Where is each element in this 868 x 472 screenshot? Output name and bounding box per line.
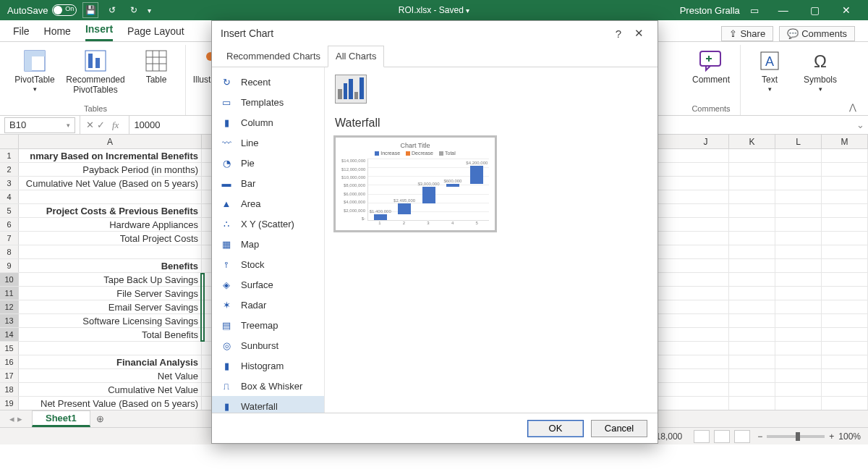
zoom-level[interactable]: 100% (838, 431, 861, 442)
cell[interactable]: File Server Savings (19, 287, 202, 300)
cell[interactable] (19, 342, 202, 355)
cancel-button[interactable]: Cancel (591, 420, 647, 437)
tab-insert[interactable]: Insert (85, 19, 113, 41)
row-header[interactable]: 5 (0, 204, 19, 217)
symbols-button[interactable]: ΩSymbols▾ (797, 45, 843, 101)
tab-page-layout[interactable]: Page Layout (127, 21, 184, 41)
row-header[interactable]: 17 (0, 369, 19, 382)
minimize-icon[interactable]: — (769, 0, 798, 20)
row-header[interactable]: 2 (0, 163, 19, 176)
cell[interactable]: Net Present Value (Based on 5 years) (19, 397, 202, 410)
autosave-toggle[interactable]: AutoSave On (7, 4, 77, 16)
chart-type-map[interactable]: ▦Map (212, 234, 324, 254)
cell[interactable]: Software Licensing Savings (19, 314, 202, 327)
chart-type-box-whisker[interactable]: ⎍Box & Whisker (212, 376, 324, 396)
chart-type-pie[interactable]: ◔Pie (212, 153, 324, 173)
chart-type-stock[interactable]: ⫯Stock (212, 254, 324, 274)
cell[interactable]: Email Server Savings (19, 300, 202, 313)
chart-type-recent[interactable]: ↻Recent (212, 72, 324, 92)
fx-icon[interactable]: fx (108, 119, 123, 131)
row-header[interactable]: 14 (0, 328, 19, 341)
cell[interactable]: Cumulative Net Value (Based on 5 years) (19, 177, 202, 190)
view-normal-icon[interactable] (694, 430, 710, 443)
cell[interactable] (19, 190, 202, 203)
cell[interactable]: Hardware Appliances (19, 218, 202, 231)
chart-preview[interactable]: Chart Title Increase Decrease Total $14,… (335, 137, 495, 231)
name-box[interactable]: B10▾ (4, 117, 75, 133)
table-button[interactable]: Table (133, 45, 179, 101)
chart-type-area[interactable]: ▲Area (212, 193, 324, 214)
save-icon[interactable]: 💾 (82, 2, 98, 18)
chart-type-column[interactable]: ▮Column (212, 112, 324, 132)
chart-type-sunburst[interactable]: ◎Sunburst (212, 335, 324, 355)
cell[interactable]: Project Costs & Previous Benefits (19, 204, 202, 217)
tab-file[interactable]: File (13, 21, 30, 41)
row-header[interactable]: 19 (0, 397, 19, 410)
row-header[interactable]: 13 (0, 314, 19, 327)
col-header-J[interactable]: J (683, 135, 729, 148)
row-header[interactable]: 8 (0, 245, 19, 258)
view-page-layout-icon[interactable] (714, 430, 730, 443)
chart-type-x-y-scatter-[interactable]: ∴X Y (Scatter) (212, 214, 324, 234)
chart-type-line[interactable]: 〰Line (212, 132, 324, 153)
add-sheet-button[interactable]: ⊕ (90, 410, 111, 427)
chart-subtype-waterfall[interactable] (335, 75, 367, 104)
pivottable-button[interactable]: PivotTable▾ (12, 45, 58, 101)
cell[interactable]: Total Benefits (19, 328, 202, 341)
chart-type-radar[interactable]: ✶Radar (212, 295, 324, 315)
col-header-K[interactable]: K (729, 135, 775, 148)
row-header[interactable]: 1 (0, 149, 19, 162)
chart-type-templates[interactable]: ▭Templates (212, 92, 324, 112)
cell[interactable]: Tape Back Up Savings (19, 273, 202, 286)
cell[interactable]: nmary Based on Incremental Benefits (19, 149, 202, 162)
cell[interactable]: Financial Analysis (19, 355, 202, 368)
enter-formula-icon[interactable]: ✓ (97, 119, 105, 130)
cell[interactable]: Net Value (19, 369, 202, 382)
row-header[interactable]: 7 (0, 232, 19, 245)
cell[interactable]: Cumulative Net Value (19, 383, 202, 396)
cell[interactable] (19, 245, 202, 258)
chart-type-histogram[interactable]: ▮Histogram (212, 355, 324, 376)
chart-type-waterfall[interactable]: ▮Waterfall (212, 396, 324, 413)
tab-all-charts[interactable]: All Charts (328, 46, 384, 67)
cancel-formula-icon[interactable]: ✕ (86, 119, 94, 130)
undo-icon[interactable]: ↺ (104, 2, 120, 18)
row-header[interactable]: 10 (0, 273, 19, 286)
expand-formula-icon[interactable]: ⌄ (852, 119, 868, 130)
ok-button[interactable]: OK (527, 420, 584, 437)
sheet-tab-sheet1[interactable]: Sheet1 (32, 410, 90, 427)
dialog-help-icon[interactable]: ? (608, 28, 629, 40)
col-header-A[interactable]: A (19, 135, 202, 148)
chart-type-surface[interactable]: ◈Surface (212, 274, 324, 295)
row-header[interactable]: 12 (0, 300, 19, 313)
row-header[interactable]: 3 (0, 177, 19, 190)
row-header[interactable]: 15 (0, 342, 19, 355)
collapse-ribbon-icon[interactable]: ⋀ (849, 102, 856, 112)
maximize-icon[interactable]: ▢ (800, 0, 829, 20)
row-header[interactable]: 11 (0, 287, 19, 300)
chart-type-treemap[interactable]: ▤Treemap (212, 315, 324, 335)
zoom-in-icon[interactable]: + (829, 431, 834, 442)
redo-icon[interactable]: ↻ (126, 2, 142, 18)
recommended-pivottables-button[interactable]: Recommended PivotTables (62, 45, 129, 101)
cell[interactable]: Benefits (19, 259, 202, 272)
zoom-out-icon[interactable]: − (757, 431, 762, 442)
sheet-nav[interactable]: ◂▸ (0, 410, 32, 427)
user-name[interactable]: Preston Gralla (680, 5, 740, 16)
row-header[interactable]: 18 (0, 383, 19, 396)
text-button[interactable]: AText▾ (746, 45, 793, 101)
col-header-M[interactable]: M (822, 135, 868, 148)
zoom-slider[interactable] (767, 435, 825, 438)
close-window-icon[interactable]: ✕ (832, 0, 861, 20)
row-header[interactable]: 9 (0, 259, 19, 272)
row-header[interactable]: 16 (0, 355, 19, 368)
qat-dropdown-icon[interactable]: ▾ (148, 7, 151, 14)
dialog-close-icon[interactable]: ✕ (629, 27, 649, 40)
comment-button[interactable]: Comment (688, 45, 734, 101)
row-header[interactable]: 6 (0, 218, 19, 231)
cell[interactable]: Payback Period (in months) (19, 163, 202, 176)
view-page-break-icon[interactable] (734, 430, 750, 443)
tab-home[interactable]: Home (44, 21, 71, 41)
row-header[interactable]: 4 (0, 190, 19, 203)
col-header-L[interactable]: L (775, 135, 822, 148)
